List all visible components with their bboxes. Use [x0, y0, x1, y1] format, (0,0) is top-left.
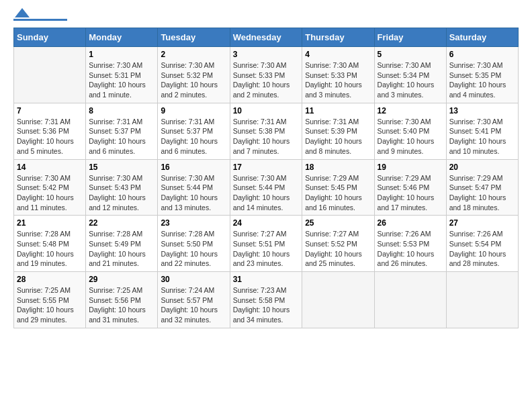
calendar-cell	[374, 272, 446, 328]
calendar-cell: 15Sunrise: 7:30 AM Sunset: 5:43 PM Dayli…	[86, 159, 158, 216]
day-number: 12	[378, 106, 443, 116]
day-of-week-sunday: Sunday	[14, 28, 86, 47]
calendar-cell: 14Sunrise: 7:30 AM Sunset: 5:42 PM Dayli…	[14, 159, 86, 216]
calendar-cell: 18Sunrise: 7:29 AM Sunset: 5:45 PM Dayli…	[302, 159, 374, 216]
day-number: 6	[449, 50, 515, 59]
day-info: Sunrise: 7:29 AM Sunset: 5:47 PM Dayligh…	[449, 173, 515, 213]
calendar-cell: 2Sunrise: 7:30 AM Sunset: 5:32 PM Daylig…	[158, 47, 230, 103]
week-row-3: 14Sunrise: 7:30 AM Sunset: 5:42 PM Dayli…	[14, 159, 519, 216]
day-number: 5	[378, 50, 443, 59]
calendar-cell: 1Sunrise: 7:30 AM Sunset: 5:31 PM Daylig…	[86, 47, 158, 103]
day-info: Sunrise: 7:30 AM Sunset: 5:44 PM Dayligh…	[161, 173, 226, 213]
day-info: Sunrise: 7:27 AM Sunset: 5:51 PM Dayligh…	[233, 229, 300, 269]
calendar-cell: 3Sunrise: 7:30 AM Sunset: 5:33 PM Daylig…	[230, 47, 302, 103]
day-info: Sunrise: 7:30 AM Sunset: 5:34 PM Dayligh…	[378, 60, 443, 100]
day-number: 1	[89, 50, 154, 59]
header-row: SundayMondayTuesdayWednesdayThursdayFrid…	[14, 28, 519, 47]
logo-icon	[15, 8, 30, 17]
day-of-week-wednesday: Wednesday	[230, 28, 302, 47]
day-info: Sunrise: 7:30 AM Sunset: 5:32 PM Dayligh…	[161, 60, 226, 100]
day-number: 21	[17, 218, 83, 228]
calendar-table: SundayMondayTuesdayWednesdayThursdayFrid…	[13, 28, 519, 328]
week-row-4: 21Sunrise: 7:28 AM Sunset: 5:48 PM Dayli…	[14, 216, 519, 272]
day-number: 26	[378, 218, 443, 228]
calendar-cell: 31Sunrise: 7:23 AM Sunset: 5:58 PM Dayli…	[230, 272, 302, 328]
day-number: 17	[233, 163, 300, 172]
day-number: 3	[233, 50, 300, 59]
week-row-5: 28Sunrise: 7:25 AM Sunset: 5:55 PM Dayli…	[14, 272, 519, 328]
day-of-week-monday: Monday	[86, 28, 158, 47]
day-info: Sunrise: 7:30 AM Sunset: 5:40 PM Dayligh…	[378, 117, 443, 156]
day-info: Sunrise: 7:30 AM Sunset: 5:44 PM Dayligh…	[233, 173, 300, 213]
day-number: 14	[17, 163, 83, 172]
day-info: Sunrise: 7:27 AM Sunset: 5:52 PM Dayligh…	[305, 229, 371, 269]
day-of-week-tuesday: Tuesday	[158, 28, 230, 47]
day-info: Sunrise: 7:28 AM Sunset: 5:48 PM Dayligh…	[17, 229, 83, 269]
day-info: Sunrise: 7:23 AM Sunset: 5:58 PM Dayligh…	[233, 285, 300, 325]
day-of-week-saturday: Saturday	[446, 28, 518, 47]
day-info: Sunrise: 7:30 AM Sunset: 5:43 PM Dayligh…	[89, 173, 154, 213]
day-info: Sunrise: 7:26 AM Sunset: 5:53 PM Dayligh…	[378, 229, 443, 269]
calendar-cell: 22Sunrise: 7:28 AM Sunset: 5:49 PM Dayli…	[86, 216, 158, 272]
day-number: 20	[449, 163, 515, 172]
day-info: Sunrise: 7:28 AM Sunset: 5:49 PM Dayligh…	[89, 229, 154, 269]
day-number: 7	[17, 106, 83, 116]
day-info: Sunrise: 7:26 AM Sunset: 5:54 PM Dayligh…	[449, 229, 515, 269]
day-info: Sunrise: 7:31 AM Sunset: 5:36 PM Dayligh…	[17, 117, 83, 156]
calendar-cell: 8Sunrise: 7:31 AM Sunset: 5:37 PM Daylig…	[86, 103, 158, 159]
calendar-cell: 21Sunrise: 7:28 AM Sunset: 5:48 PM Dayli…	[14, 216, 86, 272]
day-info: Sunrise: 7:31 AM Sunset: 5:39 PM Dayligh…	[305, 117, 371, 156]
day-number: 4	[305, 50, 371, 59]
day-info: Sunrise: 7:31 AM Sunset: 5:37 PM Dayligh…	[89, 117, 154, 156]
day-number: 2	[161, 50, 226, 59]
day-info: Sunrise: 7:30 AM Sunset: 5:41 PM Dayligh…	[449, 117, 515, 156]
day-number: 13	[449, 106, 515, 116]
calendar-cell	[14, 47, 86, 103]
day-of-week-thursday: Thursday	[302, 28, 374, 47]
day-number: 23	[161, 218, 226, 228]
calendar-cell: 23Sunrise: 7:28 AM Sunset: 5:50 PM Dayli…	[158, 216, 230, 272]
day-number: 31	[233, 275, 300, 284]
day-number: 11	[305, 106, 371, 116]
day-info: Sunrise: 7:28 AM Sunset: 5:50 PM Dayligh…	[161, 229, 226, 269]
week-row-1: 1Sunrise: 7:30 AM Sunset: 5:31 PM Daylig…	[14, 47, 519, 103]
calendar-cell: 10Sunrise: 7:31 AM Sunset: 5:38 PM Dayli…	[230, 103, 302, 159]
calendar-cell: 27Sunrise: 7:26 AM Sunset: 5:54 PM Dayli…	[446, 216, 518, 272]
calendar-cell: 4Sunrise: 7:30 AM Sunset: 5:33 PM Daylig…	[302, 47, 374, 103]
calendar-cell: 11Sunrise: 7:31 AM Sunset: 5:39 PM Dayli…	[302, 103, 374, 159]
day-info: Sunrise: 7:31 AM Sunset: 5:38 PM Dayligh…	[233, 117, 300, 156]
svg-marker-0	[15, 8, 30, 17]
calendar-cell: 20Sunrise: 7:29 AM Sunset: 5:47 PM Dayli…	[446, 159, 518, 216]
calendar-cell: 28Sunrise: 7:25 AM Sunset: 5:55 PM Dayli…	[14, 272, 86, 328]
day-info: Sunrise: 7:30 AM Sunset: 5:33 PM Dayligh…	[233, 60, 300, 100]
day-info: Sunrise: 7:30 AM Sunset: 5:33 PM Dayligh…	[305, 60, 371, 100]
day-info: Sunrise: 7:29 AM Sunset: 5:46 PM Dayligh…	[378, 173, 443, 213]
calendar-cell	[446, 272, 518, 328]
calendar-cell: 13Sunrise: 7:30 AM Sunset: 5:41 PM Dayli…	[446, 103, 518, 159]
calendar-cell: 25Sunrise: 7:27 AM Sunset: 5:52 PM Dayli…	[302, 216, 374, 272]
calendar-cell: 9Sunrise: 7:31 AM Sunset: 5:37 PM Daylig…	[158, 103, 230, 159]
calendar-cell: 29Sunrise: 7:25 AM Sunset: 5:56 PM Dayli…	[86, 272, 158, 328]
calendar-cell: 16Sunrise: 7:30 AM Sunset: 5:44 PM Dayli…	[158, 159, 230, 216]
calendar-cell: 7Sunrise: 7:31 AM Sunset: 5:36 PM Daylig…	[14, 103, 86, 159]
day-number: 16	[161, 163, 226, 172]
day-number: 25	[305, 218, 371, 228]
day-number: 22	[89, 218, 154, 228]
day-info: Sunrise: 7:25 AM Sunset: 5:55 PM Dayligh…	[17, 285, 83, 325]
day-number: 28	[17, 275, 83, 284]
calendar-body: 1Sunrise: 7:30 AM Sunset: 5:31 PM Daylig…	[14, 47, 519, 328]
calendar-cell: 26Sunrise: 7:26 AM Sunset: 5:53 PM Dayli…	[374, 216, 446, 272]
calendar-cell: 12Sunrise: 7:30 AM Sunset: 5:40 PM Dayli…	[374, 103, 446, 159]
day-info: Sunrise: 7:29 AM Sunset: 5:45 PM Dayligh…	[305, 173, 371, 213]
day-info: Sunrise: 7:25 AM Sunset: 5:56 PM Dayligh…	[89, 285, 154, 325]
day-info: Sunrise: 7:30 AM Sunset: 5:35 PM Dayligh…	[449, 60, 515, 100]
page-header	[13, 13, 519, 21]
calendar-cell: 6Sunrise: 7:30 AM Sunset: 5:35 PM Daylig…	[446, 47, 518, 103]
day-number: 15	[89, 163, 154, 172]
calendar-header: SundayMondayTuesdayWednesdayThursdayFrid…	[14, 28, 519, 47]
day-number: 10	[233, 106, 300, 116]
calendar-cell: 30Sunrise: 7:24 AM Sunset: 5:57 PM Dayli…	[158, 272, 230, 328]
calendar-cell: 19Sunrise: 7:29 AM Sunset: 5:46 PM Dayli…	[374, 159, 446, 216]
week-row-2: 7Sunrise: 7:31 AM Sunset: 5:36 PM Daylig…	[14, 103, 519, 159]
day-info: Sunrise: 7:30 AM Sunset: 5:31 PM Dayligh…	[89, 60, 154, 100]
